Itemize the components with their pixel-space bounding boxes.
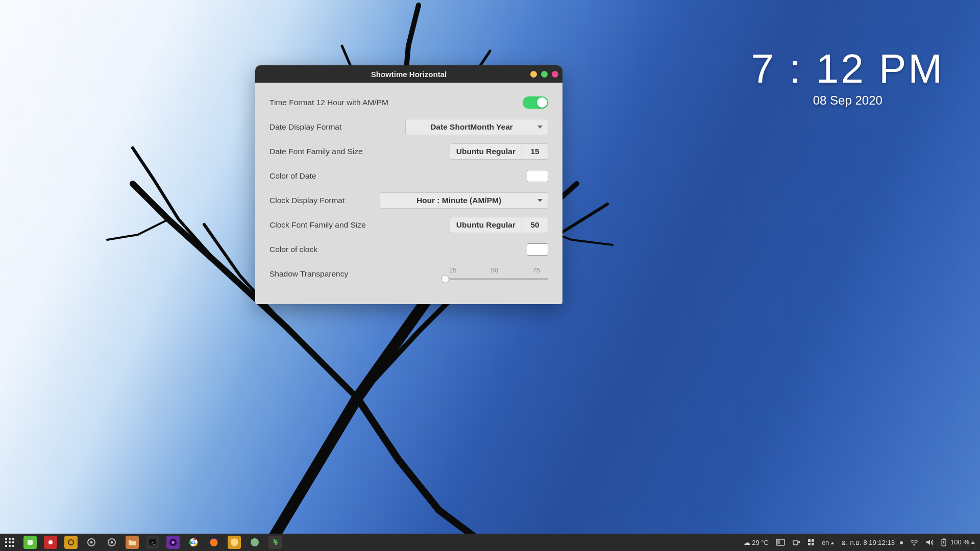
window-maximize-button[interactable] — [541, 71, 548, 78]
svg-rect-18 — [808, 539, 811, 542]
clock-color-swatch[interactable] — [527, 243, 548, 256]
svg-point-13 — [192, 541, 194, 543]
clock-display-format-label: Clock Display Format — [270, 196, 380, 205]
clock-font-family: Ubuntu Regular — [450, 217, 522, 233]
desktop: 7 : 12 PM 08 Sep 2020 Showtime Horizonta… — [0, 0, 980, 551]
clock-font-size: 50 — [522, 217, 548, 233]
svg-point-2 — [68, 540, 74, 545]
taskbar-caffeine-icon[interactable] — [792, 538, 800, 546]
taskbar-app-settings-1[interactable] — [85, 536, 98, 549]
date-display-format-dropdown[interactable]: Date ShortMonth Year — [405, 119, 548, 135]
time-format-label: Time Format 12 Hour with AM/PM — [270, 98, 523, 107]
svg-rect-24 — [943, 539, 945, 540]
taskbar-tiling-icon[interactable] — [807, 539, 815, 546]
taskbar-app-files[interactable] — [126, 536, 139, 549]
svg-rect-21 — [812, 543, 814, 545]
window-close-button[interactable] — [552, 71, 558, 78]
clock-color-label: Color of clock — [270, 245, 527, 254]
time-format-toggle[interactable] — [523, 96, 548, 109]
svg-point-10 — [172, 541, 175, 544]
taskbar-app-settings-2[interactable] — [105, 536, 118, 549]
svg-point-22 — [914, 545, 915, 546]
weather-icon: ☁ — [744, 539, 750, 546]
apps-grid-icon — [5, 538, 14, 547]
taskbar-datetime[interactable]: อ. ก.ย. 8 19:12:13 — [842, 537, 902, 548]
chevron-down-icon — [537, 126, 543, 129]
svg-point-4 — [90, 541, 93, 544]
taskbar-app-extensions[interactable] — [268, 536, 282, 549]
slider-thumb[interactable] — [441, 275, 449, 283]
taskbar-app-rhythmbox[interactable] — [64, 536, 78, 549]
svg-rect-19 — [812, 539, 814, 542]
taskbar-app-terminal[interactable]: >_ — [146, 536, 159, 549]
desktop-clock-time: 7 : 12 PM — [751, 48, 944, 89]
taskbar-app-shield[interactable] — [228, 536, 241, 549]
taskbar-app-1[interactable] — [23, 536, 37, 549]
window-title: Showtime Horizontal — [255, 70, 562, 79]
shadow-transparency-label: Shadow Transparency — [270, 269, 441, 279]
clock-display-format-dropdown[interactable]: Hour : Minute (AM/PM) — [380, 192, 548, 209]
taskbar-app-obs[interactable] — [166, 536, 180, 549]
svg-point-1 — [48, 540, 53, 544]
clock-display-format-value: Hour : Minute (AM/PM) — [416, 196, 501, 205]
desktop-clock-widget: 7 : 12 PM 08 Sep 2020 — [751, 48, 944, 108]
taskbar-volume-icon[interactable] — [925, 539, 934, 546]
chevron-up-icon — [830, 542, 835, 544]
taskbar-workspace-icon[interactable] — [776, 539, 785, 546]
taskbar-app-screenshot[interactable] — [44, 536, 57, 549]
date-color-label: Color of Date — [270, 171, 527, 181]
chevron-down-icon — [537, 199, 543, 202]
svg-point-6 — [111, 541, 113, 544]
taskbar-weather[interactable]: ☁ 29 °C — [744, 539, 769, 546]
shadow-transparency-slider[interactable] — [441, 275, 548, 282]
date-font-label: Date Font Family and Size — [270, 147, 450, 156]
taskbar-app-chrome[interactable] — [187, 536, 200, 549]
shadow-slider-ticks: 25 50 75 — [441, 266, 548, 274]
chevron-up-icon — [971, 541, 975, 544]
date-color-swatch[interactable] — [527, 170, 548, 182]
svg-rect-17 — [777, 540, 780, 544]
svg-rect-0 — [28, 540, 33, 545]
date-display-format-label: Date Display Format — [270, 122, 405, 132]
taskbar-network-icon[interactable] — [910, 539, 918, 546]
svg-point-15 — [251, 538, 259, 546]
date-font-family: Ubuntu Regular — [450, 144, 522, 159]
svg-text:>_: >_ — [151, 540, 156, 545]
desktop-clock-date: 08 Sep 2020 — [751, 93, 944, 108]
window-minimize-button[interactable] — [530, 71, 537, 78]
applications-menu-button[interactable] — [3, 536, 16, 549]
date-font-button[interactable]: Ubuntu Regular 15 — [450, 143, 548, 160]
notification-dot-icon — [900, 541, 903, 544]
settings-window: Showtime Horizontal Time Format 12 Hour … — [255, 65, 562, 304]
window-titlebar[interactable]: Showtime Horizontal — [255, 65, 562, 83]
taskbar: >_ ☁ 29 °C — [0, 534, 980, 551]
taskbar-app-mint[interactable] — [248, 536, 261, 549]
taskbar-app-firefox[interactable] — [207, 536, 220, 549]
clock-font-label: Clock Font Family and Size — [270, 220, 450, 230]
taskbar-keyboard-layout[interactable]: en — [822, 539, 835, 546]
date-font-size: 15 — [522, 144, 548, 159]
taskbar-battery[interactable]: 100 % — [941, 538, 975, 547]
date-display-format-value: Date ShortMonth Year — [430, 122, 513, 131]
clock-font-button[interactable]: Ubuntu Regular 50 — [450, 217, 548, 233]
svg-rect-20 — [808, 543, 811, 545]
